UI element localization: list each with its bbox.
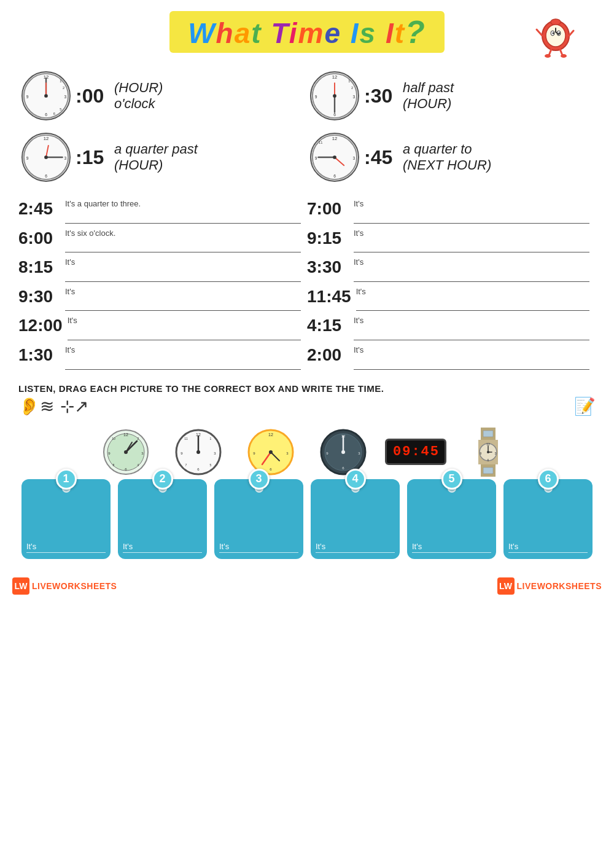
fill-line-600[interactable] bbox=[65, 239, 301, 252]
instruction-text: LISTEN, DRAG EACH PICTURE TO THE CORRECT… bbox=[18, 383, 596, 394]
tag-content-3: It's bbox=[214, 490, 303, 553]
fill-line-245[interactable] bbox=[65, 210, 301, 224]
tag-its-2[interactable]: It's bbox=[123, 542, 202, 553]
tag-content-2: It's bbox=[118, 490, 207, 553]
fill-answer-915[interactable]: It's bbox=[354, 229, 589, 253]
fill-answer-600[interactable]: It's six o'clock. bbox=[65, 229, 301, 253]
fill-prefix-600: It's six o'clock. bbox=[65, 229, 301, 238]
fill-row-415: 4:15 It's bbox=[307, 316, 589, 340]
fill-col-left: 2:45 It's a quarter to three. 6:00 It's … bbox=[18, 199, 307, 375]
tag-box-6[interactable]: 6 It's bbox=[503, 479, 593, 559]
fill-time-1200: 12:00 bbox=[18, 316, 63, 335]
picture-row: 12 3 6 9 2 4 8 10 12 3 6 9 1 11 5 7 bbox=[0, 423, 614, 479]
svg-point-105 bbox=[487, 451, 489, 453]
fill-time-600: 6:00 bbox=[18, 229, 60, 248]
fill-time-1145: 11:45 bbox=[307, 287, 351, 307]
write-icon: 📝 bbox=[574, 396, 596, 416]
fill-row-1200: 12:00 It's bbox=[18, 316, 301, 340]
svg-text:5: 5 bbox=[60, 108, 61, 111]
svg-text:6: 6 bbox=[333, 112, 336, 117]
svg-text:2: 2 bbox=[351, 86, 353, 90]
clock-mascot bbox=[522, 6, 577, 61]
clock-desc-45: a quarter to (NEXT HOUR) bbox=[403, 141, 491, 173]
svg-text:6: 6 bbox=[45, 112, 47, 117]
fill-line-915[interactable] bbox=[354, 239, 589, 252]
clocks-section: 12 3 6 9 1 2 5 6 :00 (HOUR) o'clock 12 bbox=[0, 59, 614, 194]
fill-time-245: 2:45 bbox=[18, 199, 60, 219]
fill-answer-130[interactable]: It's bbox=[65, 345, 301, 370]
fill-line-1145[interactable] bbox=[356, 297, 589, 311]
fill-line-415[interactable] bbox=[354, 327, 589, 340]
fill-answer-1145[interactable]: It's bbox=[356, 287, 589, 311]
svg-point-12 bbox=[561, 54, 567, 58]
fill-answer-245[interactable]: It's a quarter to three. bbox=[65, 199, 301, 224]
svg-text:9: 9 bbox=[26, 156, 29, 160]
footer: LW LIVEWORKSHEETS LW LIVEWORKSHEETS bbox=[0, 571, 614, 601]
fill-line-330[interactable] bbox=[354, 268, 589, 282]
tag-content-4: It's bbox=[311, 490, 400, 553]
svg-text:3: 3 bbox=[64, 95, 66, 99]
clock-item-30: 12 3 6 9 1 2 :30 half past (HOUR) bbox=[307, 65, 596, 127]
tag-its-5[interactable]: It's bbox=[412, 542, 491, 553]
svg-text:1: 1 bbox=[348, 79, 350, 83]
svg-point-95 bbox=[341, 450, 345, 454]
tag-number-1: 1 bbox=[56, 469, 77, 490]
svg-text:6: 6 bbox=[488, 458, 489, 462]
fill-answer-415[interactable]: It's bbox=[354, 316, 589, 340]
picture-clock-1[interactable]: 12 3 6 9 2 4 8 10 bbox=[95, 428, 157, 477]
instruction-section: LISTEN, DRAG EACH PICTURE TO THE CORRECT… bbox=[0, 375, 614, 423]
svg-point-36 bbox=[333, 94, 336, 98]
svg-text:9: 9 bbox=[315, 156, 317, 160]
picture-clock-6[interactable]: 12 3 6 9 bbox=[457, 428, 519, 477]
fill-time-915: 9:15 bbox=[307, 229, 349, 248]
fill-time-700: 7:00 bbox=[307, 199, 349, 219]
footer-logo-left: LW LIVEWORKSHEETS bbox=[12, 577, 117, 595]
fill-answer-815[interactable]: It's bbox=[65, 257, 301, 282]
fill-answer-200[interactable]: It's bbox=[354, 345, 589, 370]
clock-label-00: :00 bbox=[76, 85, 109, 108]
header: What Time Is It? bbox=[0, 0, 614, 59]
tag-its-3[interactable]: It's bbox=[219, 542, 298, 553]
fill-prefix-700: It's bbox=[354, 199, 589, 209]
svg-text:5: 5 bbox=[210, 463, 212, 467]
picture-clock-4[interactable]: 12 3 6 9 bbox=[313, 428, 374, 477]
fill-prefix-930: It's bbox=[65, 287, 301, 297]
fill-line-815[interactable] bbox=[65, 268, 301, 282]
tag-box-1[interactable]: 1 It's bbox=[21, 479, 111, 559]
fill-answer-700[interactable]: It's bbox=[354, 199, 589, 224]
fill-prefix-915: It's bbox=[354, 229, 589, 238]
tag-box-5[interactable]: 5 It's bbox=[407, 479, 496, 559]
fill-answer-1200[interactable]: It's bbox=[68, 316, 301, 340]
tag-content-6: It's bbox=[503, 490, 593, 553]
fill-time-415: 4:15 bbox=[307, 316, 349, 335]
svg-text:1: 1 bbox=[60, 79, 61, 83]
fill-line-930[interactable] bbox=[65, 297, 301, 311]
fill-line-200[interactable] bbox=[354, 356, 589, 370]
fill-time-200: 2:00 bbox=[307, 345, 349, 365]
tag-its-4[interactable]: It's bbox=[316, 542, 395, 553]
picture-clock-2[interactable]: 12 3 6 9 1 11 5 7 bbox=[168, 428, 229, 477]
svg-point-44 bbox=[44, 155, 48, 159]
fill-line-130[interactable] bbox=[65, 356, 301, 370]
tag-box-3[interactable]: 3 It's bbox=[214, 479, 303, 559]
tag-its-6[interactable]: It's bbox=[508, 542, 588, 553]
picture-clock-5[interactable]: 09:45 bbox=[385, 428, 446, 477]
footer-logo-right: LW LIVEWORKSHEETS bbox=[497, 577, 602, 595]
fill-prefix-245: It's a quarter to three. bbox=[65, 199, 301, 209]
svg-line-14 bbox=[569, 31, 573, 36]
fill-answer-330[interactable]: It's bbox=[354, 257, 589, 282]
tag-box-2[interactable]: 2 It's bbox=[118, 479, 207, 559]
fill-row-1145: 11:45 It's bbox=[307, 287, 589, 311]
tag-box-4[interactable]: 4 It's bbox=[311, 479, 400, 559]
fill-section: 2:45 It's a quarter to three. 6:00 It's … bbox=[0, 194, 614, 375]
svg-text:2: 2 bbox=[63, 86, 64, 90]
fill-line-700[interactable] bbox=[354, 210, 589, 224]
fill-prefix-1145: It's bbox=[356, 287, 589, 297]
fill-answer-930[interactable]: It's bbox=[65, 287, 301, 311]
tag-number-3: 3 bbox=[249, 469, 270, 490]
tag-its-1[interactable]: It's bbox=[26, 542, 106, 553]
fill-line-1200[interactable] bbox=[68, 327, 301, 340]
picture-clock-3[interactable]: 12 3 6 9 bbox=[240, 428, 301, 477]
clock-face-15: 12 3 6 9 bbox=[21, 133, 71, 182]
svg-text:12: 12 bbox=[44, 136, 49, 141]
